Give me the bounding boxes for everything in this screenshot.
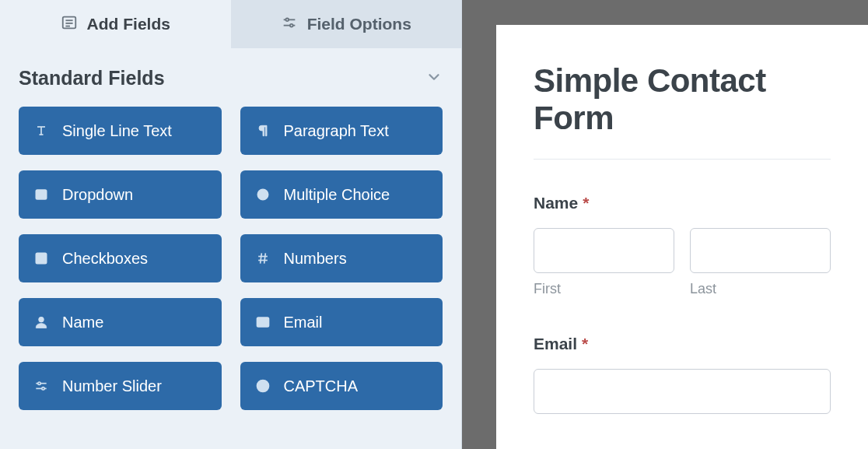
name-first-subfield: First bbox=[534, 228, 674, 297]
field-label: Name bbox=[62, 314, 103, 331]
field-checkboxes[interactable]: Checkboxes bbox=[19, 234, 222, 282]
sidebar-tabs: Add Fields Field Options bbox=[0, 0, 461, 48]
hash-icon bbox=[254, 250, 271, 267]
name-last-input[interactable] bbox=[690, 228, 831, 273]
name-last-subfield: Last bbox=[690, 228, 831, 297]
svg-line-17 bbox=[260, 253, 261, 263]
name-first-input[interactable] bbox=[534, 228, 674, 273]
email-label: Email * bbox=[534, 335, 831, 353]
field-captcha[interactable]: CAPTCHA bbox=[240, 362, 443, 410]
field-label: CAPTCHA bbox=[284, 377, 359, 395]
user-icon bbox=[33, 314, 50, 331]
field-numbers[interactable]: Numbers bbox=[240, 234, 443, 282]
required-mark: * bbox=[582, 335, 588, 353]
sliders-icon bbox=[33, 377, 50, 395]
tab-add-fields[interactable]: Add Fields bbox=[0, 0, 231, 48]
radio-icon bbox=[254, 186, 271, 203]
svg-point-19 bbox=[39, 317, 44, 322]
name-row: First Last bbox=[534, 228, 831, 297]
form-icon bbox=[61, 14, 78, 35]
field-label: Single Line Text bbox=[62, 122, 172, 140]
form-preview[interactable]: Simple Contact Form Name * First Last bbox=[496, 25, 868, 449]
tab-field-options[interactable]: Field Options bbox=[231, 0, 462, 48]
svg-point-6 bbox=[285, 18, 289, 21]
tab-field-options-label: Field Options bbox=[307, 15, 411, 33]
field-label: Numbers bbox=[284, 250, 347, 268]
field-grid: Single Line Text Paragraph Text Dropdown bbox=[19, 107, 443, 410]
field-label: Checkboxes bbox=[62, 250, 148, 268]
checkbox-icon bbox=[33, 250, 50, 267]
field-paragraph-text[interactable]: Paragraph Text bbox=[240, 107, 443, 155]
form-canvas: Simple Contact Form Name * First Last bbox=[462, 0, 868, 449]
svg-line-18 bbox=[264, 253, 265, 263]
question-circle-icon bbox=[254, 377, 271, 395]
field-single-line-text[interactable]: Single Line Text bbox=[19, 107, 222, 155]
preview-field-email[interactable]: Email * bbox=[534, 335, 831, 414]
field-number-slider[interactable]: Number Slider bbox=[19, 362, 222, 410]
name-last-sublabel: Last bbox=[690, 281, 831, 297]
name-label: Name * bbox=[534, 194, 831, 212]
name-first-sublabel: First bbox=[534, 281, 674, 297]
svg-point-13 bbox=[261, 193, 264, 197]
email-label-text: Email bbox=[534, 335, 577, 353]
form-title: Simple Contact Form bbox=[534, 62, 831, 137]
name-label-text: Name bbox=[534, 194, 578, 212]
required-mark: * bbox=[583, 194, 589, 212]
field-dropdown[interactable]: Dropdown bbox=[19, 170, 222, 219]
paragraph-icon bbox=[254, 122, 271, 139]
svg-point-23 bbox=[38, 382, 40, 384]
tab-add-fields-label: Add Fields bbox=[87, 15, 170, 33]
text-cursor-icon bbox=[33, 122, 50, 139]
section-header-standard[interactable]: Standard Fields bbox=[19, 67, 443, 89]
sliders-icon bbox=[281, 14, 298, 35]
preview-field-name[interactable]: Name * First Last bbox=[534, 194, 831, 297]
dropdown-icon bbox=[33, 186, 50, 203]
field-label: Dropdown bbox=[62, 186, 133, 204]
field-label: Number Slider bbox=[62, 377, 162, 395]
field-label: Paragraph Text bbox=[284, 122, 389, 140]
field-name[interactable]: Name bbox=[19, 298, 222, 346]
app-root: Add Fields Field Options Standard Fields bbox=[0, 0, 868, 449]
fields-panel: Standard Fields Single Line Text Para bbox=[0, 48, 461, 410]
svg-point-7 bbox=[290, 23, 293, 26]
email-input[interactable] bbox=[534, 369, 831, 414]
field-label: Multiple Choice bbox=[284, 186, 390, 204]
section-title-standard: Standard Fields bbox=[19, 67, 165, 89]
svg-point-24 bbox=[42, 388, 44, 390]
sidebar: Add Fields Field Options Standard Fields bbox=[0, 0, 462, 449]
field-label: Email bbox=[284, 314, 323, 331]
field-email[interactable]: Email bbox=[240, 298, 443, 346]
envelope-icon bbox=[254, 314, 271, 331]
chevron-down-icon bbox=[425, 68, 443, 89]
title-divider bbox=[534, 159, 831, 160]
field-multiple-choice[interactable]: Multiple Choice bbox=[240, 170, 443, 219]
